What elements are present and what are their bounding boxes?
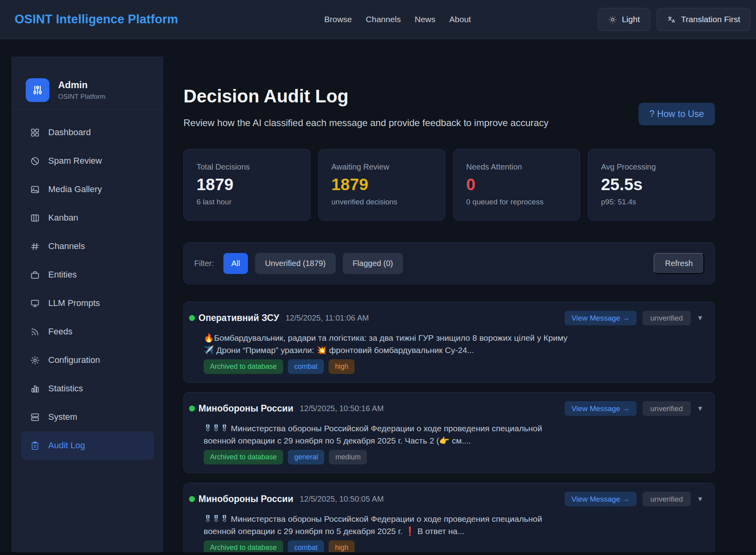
sidebar-item-media-gallery[interactable]: Media Gallery xyxy=(21,175,154,204)
bottom-edge xyxy=(0,552,756,555)
entry-channel-name: Минобороны России xyxy=(198,494,293,504)
entry-message: 🎖🎖🎖 Министерства обороны Российской Феде… xyxy=(204,513,571,537)
entry-channel-name: Минобороны России xyxy=(198,403,293,414)
tag-combat: combat xyxy=(288,359,324,374)
monitor-icon xyxy=(30,298,40,308)
stat-card-total-decisions: Total Decisions18796 last hour xyxy=(183,149,310,221)
tag-high: high xyxy=(329,359,355,374)
sidebar-item-label: Kanban xyxy=(48,213,78,223)
profile-subtitle: OSINT Platform xyxy=(58,93,106,101)
nav-link-about[interactable]: About xyxy=(449,15,471,24)
tag-archived-to-database: Archived to database xyxy=(204,450,283,464)
hash-icon xyxy=(30,242,40,251)
entry-message: 🎖🎖🎖 Министерства обороны Российской Феде… xyxy=(204,422,571,447)
sliders-icon xyxy=(26,78,49,102)
sun-icon xyxy=(608,15,617,24)
sidebar-item-label: Dashboard xyxy=(48,127,91,138)
audit-entry: Оперативний ЗСУ12/5/2025, 11:01:06 AMVie… xyxy=(183,302,715,383)
stat-card-needs-attention: Needs Attention00 queued for reprocess xyxy=(453,149,580,221)
sidebar-item-label: Statistics xyxy=(48,383,83,394)
image-icon xyxy=(30,185,40,194)
entry-timestamp: 12/5/2025, 10:50:05 AM xyxy=(300,495,384,504)
nav-link-browse[interactable]: Browse xyxy=(324,15,352,24)
sidebar-item-label: System xyxy=(48,412,77,422)
expand-caret-icon[interactable]: ▼ xyxy=(697,495,703,503)
stat-sublabel: 0 queued for reprocess xyxy=(466,198,580,206)
profile-text: Admin OSINT Platform xyxy=(58,79,106,101)
translation-mode-button[interactable]: A Translation First xyxy=(657,8,750,31)
stat-label: Needs Attention xyxy=(466,162,580,172)
filter-option-unverified-1879[interactable]: Unverified (1879) xyxy=(255,253,335,274)
stat-card-avg-processing: Avg Processing25.5sp95: 51.4s xyxy=(588,149,715,221)
filter-option-all[interactable]: All xyxy=(223,253,248,274)
sidebar-item-system[interactable]: System xyxy=(21,403,154,431)
status-badge: unverified xyxy=(643,492,691,506)
stat-cards: Total Decisions18796 last hourAwaiting R… xyxy=(183,149,715,221)
page-title: Decision Audit Log xyxy=(183,85,348,107)
theme-toggle-label: Light xyxy=(622,15,640,24)
expand-caret-icon[interactable]: ▼ xyxy=(697,314,703,322)
stat-label: Awaiting Review xyxy=(331,162,445,172)
view-message-button[interactable]: View Message → xyxy=(565,401,637,416)
stat-label: Total Decisions xyxy=(197,162,310,172)
sidebar: Admin OSINT Platform DashboardSpam Revie… xyxy=(11,57,163,552)
entry-tags: Archived to databasegeneralmedium xyxy=(204,450,703,464)
stat-value: 0 xyxy=(466,175,580,194)
refresh-button[interactable]: Refresh xyxy=(654,253,704,274)
entry-controls: View Message →unverified▼ xyxy=(565,492,703,506)
entry-timestamp: 12/5/2025, 11:01:06 AM xyxy=(285,313,369,323)
bar-chart-icon xyxy=(30,384,40,394)
audit-entry: Минобороны России12/5/2025, 10:50:16 AMV… xyxy=(183,392,715,473)
tag-medium: medium xyxy=(329,450,367,464)
sidebar-item-statistics[interactable]: Statistics xyxy=(21,374,154,403)
audit-entries-list: Оперативний ЗСУ12/5/2025, 11:01:06 AMVie… xyxy=(183,302,715,555)
stat-value: 25.5s xyxy=(601,175,714,194)
sidebar-item-configuration[interactable]: Configuration xyxy=(21,346,154,374)
entry-tags: Archived to databasecombathigh xyxy=(204,359,703,374)
sidebar-item-label: Feeds xyxy=(48,327,72,337)
stat-value: 1879 xyxy=(197,175,310,194)
filter-option-flagged-0[interactable]: Flagged (0) xyxy=(343,253,403,274)
stat-label: Avg Processing xyxy=(601,162,714,172)
top-nav: BrowseChannelsNewsAbout xyxy=(324,15,471,24)
expand-caret-icon[interactable]: ▼ xyxy=(697,405,703,413)
sidebar-item-audit-log[interactable]: Audit Log xyxy=(21,431,154,460)
entry-header: Минобороны России12/5/2025, 10:50:16 AMV… xyxy=(189,401,703,416)
entry-message: 🔥Бомбардувальник, радари та логістика: з… xyxy=(204,332,571,356)
entry-controls: View Message →unverified▼ xyxy=(565,401,703,416)
theme-toggle-button[interactable]: Light xyxy=(598,8,650,31)
translate-icon: A xyxy=(667,15,676,24)
tag-general: general xyxy=(288,450,324,464)
sidebar-item-spam-review[interactable]: Spam Review xyxy=(21,147,154,175)
sidebar-item-dashboard[interactable]: Dashboard xyxy=(21,118,154,147)
profile-block: Admin OSINT Platform xyxy=(11,57,163,109)
sidebar-item-label: Entities xyxy=(48,270,77,280)
sidebar-item-channels[interactable]: Channels xyxy=(21,232,154,261)
translation-mode-label: Translation First xyxy=(681,15,740,24)
status-badge: unverified xyxy=(643,401,691,416)
entry-header: Минобороны России12/5/2025, 10:50:05 AMV… xyxy=(189,492,703,506)
stat-value: 1879 xyxy=(331,175,445,194)
view-message-button[interactable]: View Message → xyxy=(565,311,637,325)
sidebar-item-llm-prompts[interactable]: LLM Prompts xyxy=(21,289,154,317)
how-to-use-button[interactable]: ? How to Use xyxy=(639,103,715,125)
server-icon xyxy=(30,412,40,422)
grid-icon xyxy=(30,128,40,138)
nav-link-channels[interactable]: Channels xyxy=(366,15,401,24)
nav-link-news[interactable]: News xyxy=(415,15,436,24)
sidebar-item-kanban[interactable]: Kanban xyxy=(21,204,154,232)
sidebar-item-label: Spam Review xyxy=(48,156,102,166)
sidebar-item-label: Audit Log xyxy=(48,440,85,451)
entry-channel-name: Оперативний ЗСУ xyxy=(198,313,279,323)
profile-name: Admin xyxy=(58,79,106,91)
svg-text:A: A xyxy=(672,19,675,23)
sidebar-item-feeds[interactable]: Feeds xyxy=(21,317,154,346)
sidebar-item-entities[interactable]: Entities xyxy=(21,261,154,289)
audit-entry: Минобороны России12/5/2025, 10:50:05 AMV… xyxy=(183,483,715,555)
status-dot xyxy=(189,496,195,502)
filter-label: Filter: xyxy=(194,259,214,268)
view-message-button[interactable]: View Message → xyxy=(565,492,637,506)
status-badge: unverified xyxy=(643,311,691,325)
filter-options: AllUnverified (1879)Flagged (0) xyxy=(223,253,410,274)
gear-icon xyxy=(30,355,40,365)
